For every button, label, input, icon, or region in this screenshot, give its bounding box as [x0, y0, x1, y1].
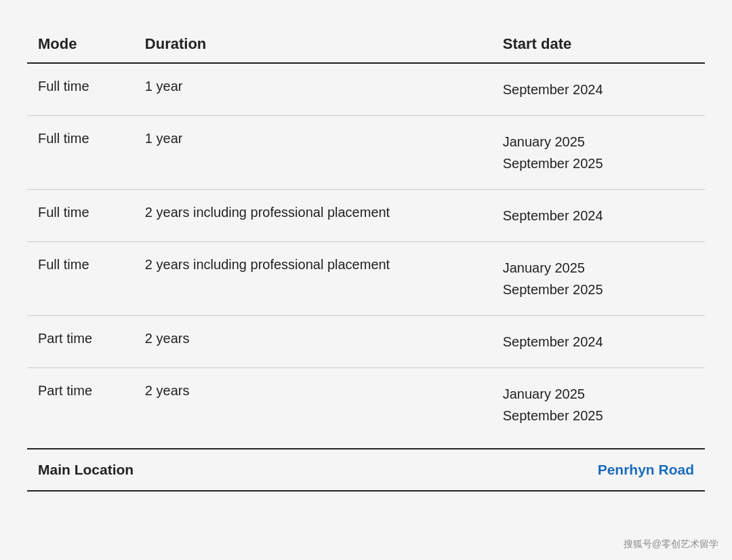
- cell-startdate: January 2025 September 2025: [492, 242, 705, 316]
- cell-mode: Part time: [27, 316, 134, 368]
- footer-location[interactable]: Penrhyn Road: [488, 449, 705, 490]
- cell-duration: 2 years including professional placement: [134, 242, 492, 316]
- cell-mode: Full time: [27, 190, 134, 242]
- table-row: Full time1 yearSeptember 2024: [27, 63, 705, 116]
- header-startdate: Start date: [492, 27, 705, 63]
- cell-duration: 2 years: [134, 316, 492, 368]
- table-row: Part time2 yearsSeptember 2024: [27, 316, 705, 368]
- footer-table: Main Location Penrhyn Road: [27, 449, 705, 490]
- cell-duration: 2 years: [134, 368, 492, 442]
- cell-duration: 2 years including professional placement: [134, 190, 492, 242]
- cell-startdate: January 2025 September 2025: [492, 368, 705, 442]
- watermark: 搜狐号@零创艺术留学: [624, 538, 718, 551]
- cell-startdate: January 2025 September 2025: [492, 116, 705, 190]
- table-row: Full time2 years including professional …: [27, 242, 705, 316]
- cell-startdate: September 2024: [492, 63, 705, 116]
- table-wrapper: Mode Duration Start date Full time1 year…: [27, 27, 705, 492]
- footer-row: Main Location Penrhyn Road: [27, 448, 705, 492]
- table-row: Full time2 years including professional …: [27, 190, 705, 242]
- cell-startdate: September 2024: [492, 316, 705, 368]
- header-mode: Mode: [27, 27, 134, 63]
- header-duration: Duration: [134, 27, 492, 63]
- cell-mode: Part time: [27, 368, 134, 442]
- cell-startdate: September 2024: [492, 190, 705, 242]
- table-header-row: Mode Duration Start date: [27, 27, 705, 63]
- cell-mode: Full time: [27, 116, 134, 190]
- table-row: Part time2 yearsJanuary 2025 September 2…: [27, 368, 705, 442]
- main-container: Mode Duration Start date Full time1 year…: [0, 0, 732, 560]
- cell-mode: Full time: [27, 63, 134, 116]
- cell-duration: 1 year: [134, 116, 492, 190]
- cell-mode: Full time: [27, 242, 134, 316]
- footer-label: Main Location: [27, 449, 488, 490]
- table-row: Full time1 yearJanuary 2025 September 20…: [27, 116, 705, 190]
- course-table: Mode Duration Start date Full time1 year…: [27, 27, 705, 441]
- cell-duration: 1 year: [134, 63, 492, 116]
